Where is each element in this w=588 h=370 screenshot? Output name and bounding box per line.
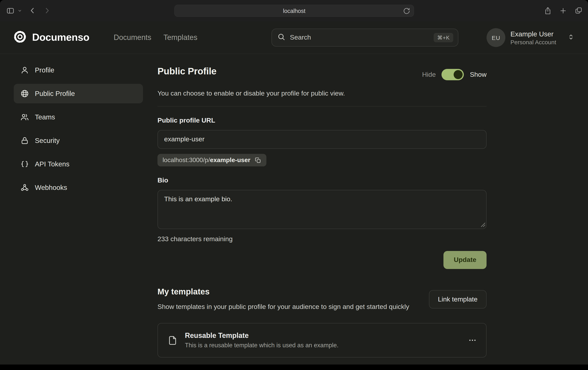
user-account-type: Personal Account — [510, 38, 556, 46]
sidebar-item-security[interactable]: Security — [14, 131, 143, 150]
user-menu[interactable]: EU Example User Personal Account — [486, 21, 574, 54]
sidebar-item-api-tokens[interactable]: API Tokens — [14, 154, 143, 174]
brand-name: Documenso — [32, 31, 89, 43]
user-icon — [20, 66, 29, 74]
profile-link-text: localhost:3000/p/example-user — [163, 157, 250, 164]
search-placeholder: Search — [290, 34, 434, 41]
sidebar-item-label: Profile — [35, 66, 54, 74]
user-name: Example User — [510, 30, 556, 38]
page-description: You can choose to enable or disable your… — [158, 90, 486, 97]
settings-sidebar: Profile Public Profile Teams — [14, 60, 143, 358]
templates-title: My templates — [158, 287, 409, 296]
my-templates-section: My templates Show templates in your publ… — [158, 287, 486, 358]
template-description: This is a reusable template which is use… — [185, 342, 338, 349]
sidebar-item-label: API Tokens — [35, 160, 69, 168]
public-profile-panel: Public Profile Hide Show You can choose … — [158, 60, 486, 358]
window-bottom-edge — [0, 365, 588, 370]
avatar: EU — [486, 28, 505, 47]
templates-description: Show templates in your public profile fo… — [158, 302, 409, 312]
page-title: Public Profile — [158, 66, 216, 77]
webhook-icon — [20, 183, 29, 192]
globe-icon — [20, 89, 29, 98]
screen: localhost — [0, 0, 588, 370]
sidebar-item-profile[interactable]: Profile — [14, 60, 143, 80]
toggle-knob — [454, 70, 463, 79]
tab-group-chevron-icon[interactable] — [18, 8, 22, 13]
file-icon — [167, 335, 178, 346]
bio-field-label: Bio — [158, 177, 486, 185]
divider — [158, 106, 486, 106]
template-actions-menu[interactable] — [468, 336, 477, 345]
nav-templates[interactable]: Templates — [163, 33, 197, 42]
lock-icon — [20, 136, 29, 145]
link-template-button[interactable]: Link template — [429, 290, 486, 308]
new-tab-icon[interactable] — [559, 7, 567, 14]
template-card: Reusable Template This is a reusable tem… — [158, 323, 486, 358]
address-bar[interactable]: localhost — [174, 5, 414, 17]
search-input[interactable]: Search ⌘+K — [272, 29, 458, 47]
update-button[interactable]: Update — [444, 251, 486, 269]
sidebar-item-label: Webhooks — [35, 184, 67, 192]
sidebar-item-teams[interactable]: Teams — [14, 107, 143, 127]
reload-icon[interactable] — [403, 7, 410, 14]
sidebar-item-public-profile[interactable]: Public Profile — [14, 84, 143, 103]
show-label: Show — [470, 71, 486, 79]
share-icon[interactable] — [544, 6, 552, 15]
profile-link-prefix: localhost:3000/p/ — [163, 157, 210, 163]
resize-handle-icon[interactable] — [481, 222, 485, 229]
documenso-app: Documenso Documents Templates Search ⌘+K… — [0, 21, 588, 365]
bio-textarea[interactable]: This is an example bio. — [158, 190, 486, 229]
back-button-icon[interactable] — [29, 7, 36, 14]
search-icon — [277, 33, 285, 42]
app-header: Documenso Documents Templates Search ⌘+K… — [0, 21, 588, 54]
search-shortcut-badge: ⌘+K — [434, 33, 453, 42]
public-profile-url-input[interactable] — [158, 130, 486, 149]
sidebar-item-label: Security — [35, 136, 60, 145]
profile-visibility-toggle[interactable] — [442, 69, 464, 80]
sidebar-item-label: Teams — [35, 113, 55, 121]
sidebar-item-webhooks[interactable]: Webhooks — [14, 178, 143, 197]
hide-label: Hide — [422, 71, 436, 79]
characters-remaining: 233 characters remaining — [158, 235, 486, 243]
brand[interactable]: Documenso — [13, 30, 89, 45]
settings-content: Profile Public Profile Teams — [0, 54, 588, 358]
address-bar-url: localhost — [283, 8, 305, 14]
profile-link-slug: example-user — [210, 157, 250, 163]
chevron-up-down-icon — [568, 33, 574, 42]
sidebar-toggle-icon[interactable] — [6, 6, 14, 15]
copy-icon[interactable] — [255, 157, 261, 164]
browser-toolbar: localhost — [0, 0, 588, 21]
users-icon — [20, 113, 29, 121]
main-nav: Documents Templates — [114, 33, 197, 42]
visibility-toggle-row: Hide Show — [422, 69, 486, 80]
tab-overview-icon[interactable] — [575, 7, 583, 14]
braces-icon — [20, 160, 29, 168]
url-field-label: Public profile URL — [158, 117, 486, 124]
forward-button-icon[interactable] — [43, 7, 51, 14]
profile-link-pill[interactable]: localhost:3000/p/example-user — [158, 154, 266, 166]
nav-documents[interactable]: Documents — [114, 33, 151, 42]
sidebar-item-label: Public Profile — [35, 90, 75, 98]
template-name: Reusable Template — [185, 332, 338, 340]
documenso-logo-icon — [13, 30, 27, 45]
